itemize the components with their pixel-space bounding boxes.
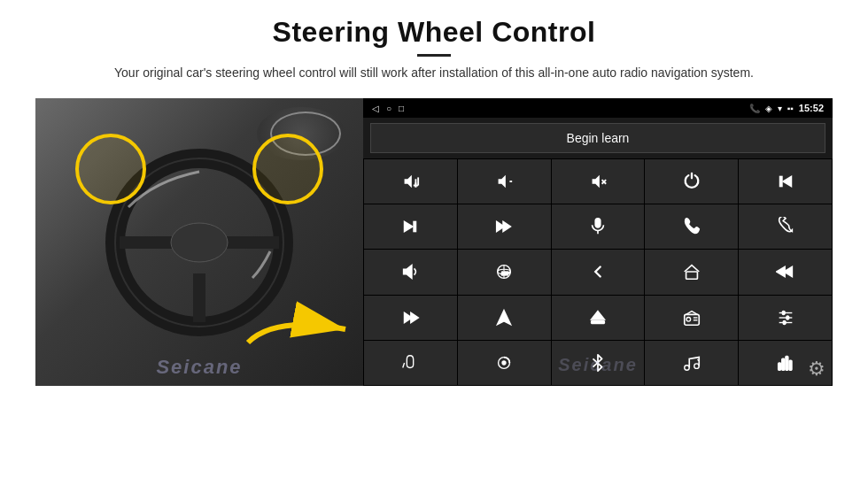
360-2-button[interactable]	[458, 341, 551, 385]
phone-signal-icon: 📞	[749, 104, 760, 113]
svg-marker-32	[592, 311, 605, 319]
begin-learn-row: Begin learn	[363, 118, 833, 158]
skip-back-button[interactable]	[739, 250, 832, 294]
phone-call-button[interactable]	[645, 204, 738, 249]
content-row: Seicane ◁ ○ □ 📞 ◈ ▾ ▪▪ 15:52	[35, 98, 833, 485]
svg-rect-43	[783, 320, 786, 324]
prev-track-button[interactable]	[739, 159, 832, 204]
eject-button[interactable]	[552, 296, 645, 340]
mute-button[interactable]	[552, 159, 645, 204]
mic-button[interactable]	[552, 204, 645, 249]
page-subtitle: Your original car's steering wheel contr…	[114, 64, 754, 82]
back-nav-icon[interactable]: ◁	[372, 104, 379, 113]
right-circle-highlight	[252, 134, 323, 204]
location-icon: ◈	[765, 104, 772, 113]
svg-point-5	[171, 223, 228, 262]
svg-text:+: +	[415, 181, 418, 189]
title-section: Steering Wheel Control Your original car…	[114, 16, 754, 93]
car-image: Seicane	[35, 98, 363, 386]
svg-rect-33	[592, 320, 605, 323]
svg-marker-21	[404, 266, 412, 279]
svg-marker-30	[411, 312, 418, 322]
eq-button[interactable]	[739, 296, 832, 340]
recents-nav-icon[interactable]: □	[399, 104, 404, 113]
title-divider	[417, 54, 451, 57]
android-screen: ◁ ○ □ 📞 ◈ ▾ ▪▪ 15:52 Begin learn	[363, 98, 833, 386]
wifi-icon: ▾	[778, 104, 782, 113]
svg-marker-18	[503, 222, 510, 232]
vol-up-button[interactable]: +	[364, 159, 457, 204]
mic2-button[interactable]	[364, 341, 457, 385]
radio-button[interactable]	[645, 296, 738, 340]
svg-marker-15	[405, 222, 413, 232]
controls-grid: +	[363, 158, 833, 386]
svg-rect-41	[782, 311, 785, 314]
begin-learn-button[interactable]: Begin learn	[370, 123, 825, 153]
svg-line-44	[403, 363, 405, 368]
svg-marker-28	[777, 267, 785, 277]
svg-rect-42	[787, 316, 789, 319]
home-nav-icon[interactable]: ○	[386, 104, 391, 113]
svg-rect-14	[779, 177, 781, 187]
360-view-button[interactable]: 360°	[458, 250, 551, 294]
left-circle-highlight	[75, 134, 146, 204]
hang-up-button[interactable]	[739, 204, 832, 249]
svg-rect-50	[781, 358, 784, 370]
fast-forward-button[interactable]	[458, 204, 551, 249]
battery-icon: ▪▪	[787, 104, 794, 113]
back-button[interactable]	[552, 250, 645, 294]
vol-down-button[interactable]	[458, 159, 551, 204]
next-track-button[interactable]	[364, 204, 457, 249]
svg-rect-16	[415, 222, 416, 232]
svg-rect-19	[595, 219, 601, 227]
svg-text:360°: 360°	[501, 272, 510, 276]
svg-point-35	[686, 317, 691, 321]
svg-rect-49	[778, 363, 780, 370]
svg-rect-52	[789, 360, 792, 370]
status-time: 15:52	[799, 103, 824, 113]
bluetooth-button[interactable]	[552, 341, 645, 385]
page-title: Steering Wheel Control	[114, 16, 754, 49]
horn-button[interactable]	[364, 250, 457, 294]
fast-fwd2-button[interactable]	[364, 296, 457, 340]
svg-point-46	[502, 361, 506, 365]
car-background: Seicane	[35, 98, 363, 386]
music-button[interactable]	[645, 341, 738, 385]
status-bar: ◁ ○ □ 📞 ◈ ▾ ▪▪ 15:52	[363, 98, 833, 118]
svg-rect-51	[786, 357, 788, 371]
settings-gear-icon[interactable]: ⚙	[808, 358, 825, 381]
svg-rect-26	[686, 272, 697, 279]
status-right: 📞 ◈ ▾ ▪▪ 15:52	[749, 103, 824, 113]
power-button[interactable]	[645, 159, 738, 204]
svg-marker-13	[783, 177, 791, 187]
page-container: Steering Wheel Control Your original car…	[0, 0, 868, 485]
nav-button[interactable]	[458, 296, 551, 340]
home-button[interactable]	[645, 250, 738, 294]
arrow-indicator	[239, 298, 354, 364]
svg-marker-31	[498, 310, 511, 324]
svg-point-48	[694, 364, 700, 369]
svg-point-47	[685, 366, 690, 371]
status-left: ◁ ○ □	[372, 104, 404, 113]
